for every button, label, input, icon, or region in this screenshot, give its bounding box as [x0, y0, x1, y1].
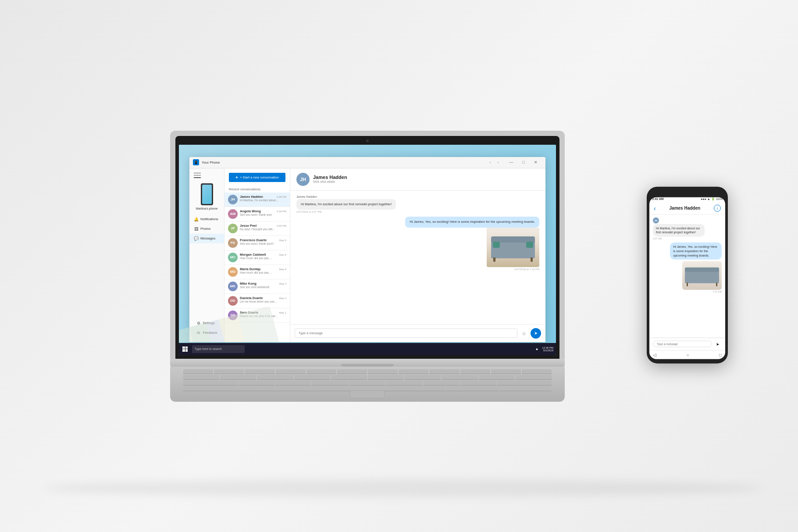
signal-icon: ●●● — [701, 197, 706, 200]
message-group-2: Hi James, Yes, so exciting! Here is some… — [296, 217, 539, 271]
conversation-items: JH James Hadden 3:28 PM Hi Martina, I'm … — [224, 193, 290, 342]
conversation-item-2[interactable]: AW Angela Wong 4:18 PM See you soon, tha… — [224, 207, 290, 221]
notifications-icon: 🔔 — [194, 217, 198, 221]
emoji-button[interactable]: ☺ — [520, 329, 528, 337]
phone-info-button[interactable]: i — [714, 204, 721, 211]
phone-screen: 3:41 AM ●●● ▲ 🔋 100% ‹ James Hadden i — [649, 197, 725, 359]
notifications-label: Notifications — [200, 217, 218, 221]
message-input[interactable] — [295, 328, 517, 338]
conv-name-row-5: Morgan Caldwell May 6 — [240, 253, 286, 257]
conv-time-4: May 6 — [279, 239, 286, 242]
phone-device: 3:41 AM ●●● ▲ 🔋 100% ‹ James Hadden i — [647, 186, 728, 363]
taskbar-search-placeholder: Type here to search — [195, 347, 222, 350]
conv-name-2: Angela Wong — [240, 209, 261, 213]
avatar-morgan-caldwell: MC — [228, 253, 238, 262]
phone-status-bar: 3:41 AM ●●● ▲ 🔋 100% — [649, 197, 725, 200]
sidebar-item-feedback[interactable]: ✉ Feedback — [192, 328, 222, 338]
conv-name-row-3: Jesse Peel 4:00 PM — [240, 224, 286, 228]
conversation-list-header: + + Start a new conversation — [224, 168, 290, 185]
phone-message-input[interactable] — [653, 341, 712, 347]
key — [405, 375, 441, 379]
key — [220, 375, 256, 379]
msg-timestamp-2: 2/27/2018 at 7:15 PM — [514, 268, 539, 271]
phone-back-button[interactable]: ‹ — [654, 205, 656, 211]
conversation-info-9: Sara Duarte May 1 Maybe we can play it b… — [240, 311, 286, 318]
conversation-item-4[interactable]: FD Francisco Duarte May 6 See you soon, … — [224, 236, 290, 250]
sofa-pillow-left — [493, 242, 500, 248]
conversation-info-7: Mike Kong May 4 See you next weekend! — [240, 282, 286, 289]
conversation-item-1[interactable]: JH James Hadden 3:28 PM Hi Martina, I'm … — [224, 193, 290, 207]
conversation-item-3[interactable]: JP Jesse Peel 4:00 PM No way! I thought … — [224, 221, 290, 236]
send-button[interactable]: ➤ — [531, 328, 541, 339]
plus-icon: + — [235, 175, 238, 180]
nav-back-btn[interactable]: ‹ — [487, 159, 494, 165]
phone-message-image — [682, 261, 722, 290]
sofa-leg-left — [493, 257, 495, 262]
conversation-info-2: Angela Wong 4:18 PM See you soon, thank … — [240, 209, 286, 216]
avatar-placeholder-6: MD — [228, 267, 238, 277]
conv-name-9: Sara Duarte — [240, 311, 258, 314]
key — [386, 381, 422, 385]
minimize-button[interactable]: — — [505, 157, 517, 168]
key — [349, 381, 385, 385]
conversation-item-9[interactable]: SD Sara Duarte May 1 Maybe we can play i… — [224, 308, 290, 323]
sidebar-item-photos[interactable]: 🖼 Photos — [189, 224, 224, 234]
hamburger-icon[interactable] — [194, 173, 201, 178]
window-body: Martina's phone 🔔 Notifications 🖼 Photos — [189, 168, 545, 342]
phone-icon-container: Martina's phone — [196, 183, 218, 210]
avatar-placeholder: JH — [228, 195, 238, 204]
phone-input-area: ➤ — [649, 337, 725, 350]
key — [497, 381, 552, 385]
key — [337, 369, 367, 374]
conversation-item-6[interactable]: MD Maria Dunlap May 6 How much did you p… — [224, 265, 290, 279]
conv-name-6: Maria Dunlap — [240, 267, 260, 271]
sofa-shape — [491, 241, 535, 258]
conv-time-7: May 4 — [279, 282, 286, 285]
key — [257, 375, 293, 379]
sidebar-item-settings[interactable]: ⚙ Settings — [192, 318, 222, 328]
phone-message-1: JH Hi Martina, I'm excited about our fir… — [653, 217, 705, 240]
chat-messages: James Hadden Hi Martina, I'm excited abo… — [290, 191, 545, 324]
phone-avatar-img: JH — [653, 217, 659, 223]
conversation-info-1: James Hadden 3:28 PM Hi Martina, I'm exc… — [240, 195, 286, 202]
taskbar-clock: 12:30 PM 5/1/2018 — [542, 346, 553, 352]
sidebar-item-messages[interactable]: 💬 Messages — [189, 234, 224, 243]
conversation-item-7[interactable]: MK Mike Kong May 4 See you next weekend! — [224, 279, 290, 294]
conversation-item-5[interactable]: MC Morgan Caldwell May 6 How much did yo… — [224, 250, 290, 265]
key — [499, 386, 552, 391]
avatar-angela-wong: AW — [228, 209, 238, 219]
key — [460, 369, 490, 374]
chat-input-area: ☺ ➤ — [290, 324, 545, 342]
window-controls: — □ ✕ — [505, 157, 542, 168]
taskbar-search[interactable]: Type here to search — [192, 345, 245, 353]
phone-frame: 3:41 AM ●●● ▲ 🔋 100% ‹ James Hadden i — [647, 186, 728, 363]
key — [479, 375, 515, 379]
trackpad[interactable] — [350, 390, 385, 398]
laptop-keyboard — [170, 367, 565, 402]
message-bubble-2: Hi James, Yes, so exciting! Here is some… — [405, 217, 539, 228]
conv-name-3: Jesse Peel — [240, 224, 256, 228]
phone-contact-name: James Hadden — [659, 206, 711, 211]
start-button[interactable] — [182, 346, 189, 353]
conversation-info-5: Morgan Caldwell May 6 How much did you p… — [240, 253, 286, 260]
avatar-daniela-duarte: DD — [228, 296, 238, 306]
chat-header-avatar-img: JH — [296, 173, 310, 186]
close-button[interactable]: ✕ — [530, 157, 542, 168]
phone-send-button[interactable]: ➤ — [714, 340, 722, 348]
new-conversation-button[interactable]: + + Start a new conversation — [229, 173, 285, 182]
avatar-placeholder-8: DD — [228, 296, 238, 306]
key — [275, 381, 311, 385]
new-conversation-label: + Start a new conversation — [240, 175, 279, 179]
maximize-button[interactable]: □ — [517, 157, 530, 168]
nav-forward-btn[interactable]: › — [495, 159, 502, 165]
key — [214, 369, 244, 374]
chat-header-avatar: JH — [296, 173, 310, 186]
key — [312, 381, 348, 385]
messages-label: Messages — [200, 236, 215, 240]
conversation-item-8[interactable]: DD Daniela Duarte May 4 Let me know when… — [224, 294, 290, 308]
window-nav: ‹ › — [487, 159, 502, 165]
recent-conversations-title: Recent conversations — [224, 185, 290, 193]
conv-name-row-6: Maria Dunlap May 6 — [240, 267, 286, 271]
conv-name-row-8: Daniela Duarte May 4 — [240, 296, 286, 300]
sidebar-item-notifications[interactable]: 🔔 Notifications — [189, 214, 224, 224]
